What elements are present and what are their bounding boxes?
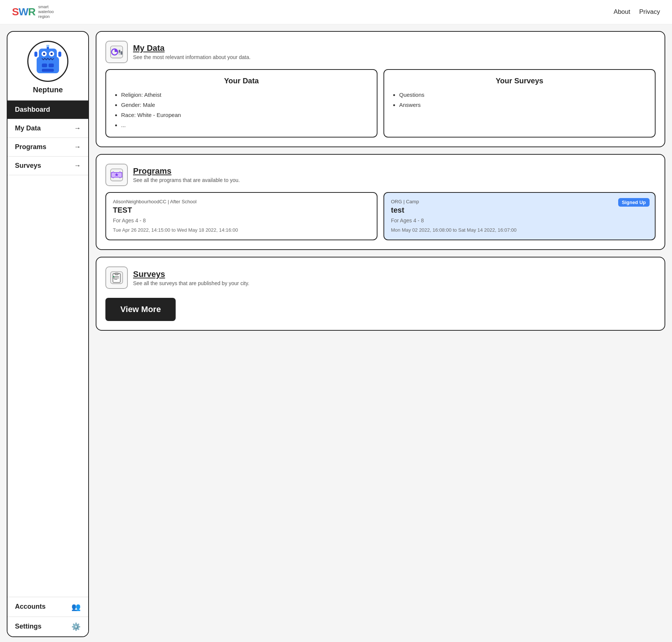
svg-rect-6 — [34, 52, 37, 57]
program-ages-1: For Ages 4 - 8 — [391, 217, 648, 223]
svg-rect-17 — [121, 51, 123, 55]
program-ages-0: For Ages 4 - 8 — [113, 217, 370, 223]
your-data-card: Your Data Religion: Atheist Gender: Male… — [105, 69, 377, 138]
sidebar-item-programs[interactable]: Programs → — [7, 138, 88, 156]
programs-section-header: Programs See all the programs that are a… — [105, 164, 656, 186]
programs-cards-row: AlisonNeighbourhoodCC | After School TES… — [105, 192, 656, 241]
my-data-section: My Data See the most relevant informatio… — [96, 31, 665, 147]
list-item: Gender: Male — [121, 100, 369, 110]
logo-w: W — [19, 6, 28, 18]
svg-rect-22 — [115, 273, 118, 275]
surveys-section: Surveys See all the surveys that are pub… — [96, 257, 665, 331]
programs-title-block: Programs See all the programs that are a… — [133, 166, 240, 183]
logo-s: S — [12, 6, 19, 18]
my-data-title-block: My Data See the most relevant informatio… — [133, 43, 250, 60]
svg-rect-12 — [42, 69, 54, 72]
svg-point-4 — [43, 53, 45, 55]
view-more-button[interactable]: View More — [105, 298, 176, 321]
main-content: My Data See the most relevant informatio… — [89, 24, 672, 642]
sidebar-accounts-label: Accounts — [15, 603, 46, 611]
program-org-1: ORG | Camp — [391, 199, 648, 204]
list-item: Religion: Atheist — [121, 90, 369, 100]
svg-rect-16 — [118, 52, 120, 54]
sidebar-item-accounts[interactable]: Accounts 👥 — [7, 597, 88, 617]
programs-title: Programs — [133, 166, 240, 176]
sidebar-item-dashboard-label: Dashboard — [15, 106, 50, 114]
your-surveys-card-title: Your Surveys — [392, 77, 647, 85]
sidebar-username: Neptune — [33, 86, 63, 94]
your-surveys-list: Questions Answers — [392, 90, 647, 110]
svg-rect-11 — [49, 64, 54, 67]
sidebar-nav: Dashboard My Data → Programs → Surveys →… — [7, 100, 88, 636]
header: SWR smart waterloo region About Privacy — [0, 0, 672, 24]
my-data-title: My Data — [133, 43, 250, 53]
sidebar-spacer — [7, 175, 88, 597]
sidebar-item-dashboard[interactable]: Dashboard — [7, 100, 88, 119]
my-data-section-header: My Data See the most relevant informatio… — [105, 41, 656, 63]
programs-subtitle: See all the programs that are available … — [133, 177, 240, 183]
program-card-1[interactable]: Signed Up ORG | Camp test For Ages 4 - 8… — [383, 192, 656, 241]
program-org-0: AlisonNeighbourhoodCC | After School — [113, 199, 370, 204]
sidebar-item-surveys-label: Surveys — [15, 162, 41, 170]
logo-letters: SWR — [12, 6, 35, 18]
sidebar-settings-label: Settings — [15, 623, 41, 630]
data-cards-row: Your Data Religion: Atheist Gender: Male… — [105, 69, 656, 138]
layout: Neptune Dashboard My Data → Programs → S… — [0, 24, 672, 642]
sidebar-item-surveys[interactable]: Surveys → — [7, 156, 88, 175]
sidebar: Neptune Dashboard My Data → Programs → S… — [7, 31, 89, 637]
svg-rect-26 — [113, 276, 114, 278]
program-dates-0: Tue Apr 26 2022, 14:15:00 to Wed May 18 … — [113, 226, 370, 234]
list-item: ... — [121, 120, 369, 130]
program-name-0: TEST — [113, 206, 370, 214]
sidebar-item-my-data-label: My Data — [15, 124, 41, 132]
program-dates-1: Mon May 02 2022, 16:08:00 to Sat May 14 … — [391, 226, 648, 234]
logo-tagline: smart waterloo region — [38, 4, 54, 19]
sidebar-item-my-data-arrow: → — [74, 124, 81, 132]
logo-r: R — [28, 6, 35, 18]
my-data-icon — [105, 41, 128, 63]
surveys-title: Surveys — [133, 269, 249, 279]
your-surveys-card: Your Surveys Questions Answers — [383, 69, 656, 138]
sidebar-item-programs-label: Programs — [15, 143, 46, 151]
surveys-icon — [105, 266, 128, 289]
surveys-title-block: Surveys See all the surveys that are pub… — [133, 269, 249, 286]
header-nav: About Privacy — [614, 8, 660, 16]
sidebar-avatar-section: Neptune — [7, 32, 88, 100]
sidebar-bottom: Accounts 👥 Settings ⚙️ — [7, 597, 88, 636]
privacy-link[interactable]: Privacy — [639, 8, 660, 16]
sidebar-item-programs-arrow: → — [74, 143, 81, 151]
your-data-card-title: Your Data — [114, 77, 369, 85]
gear-icon: ⚙️ — [71, 622, 81, 631]
programs-section: Programs See all the programs that are a… — [96, 154, 665, 250]
svg-rect-1 — [39, 49, 57, 62]
list-item: Answers — [399, 100, 647, 110]
your-data-list: Religion: Atheist Gender: Male Race: Whi… — [114, 90, 369, 130]
signed-up-badge: Signed Up — [618, 198, 650, 207]
svg-rect-10 — [42, 64, 47, 67]
my-data-subtitle: See the most relevant information about … — [133, 54, 250, 60]
people-icon: 👥 — [71, 602, 81, 611]
logo: SWR smart waterloo region — [12, 4, 54, 19]
list-item: Questions — [399, 90, 647, 100]
about-link[interactable]: About — [614, 8, 630, 16]
svg-rect-7 — [58, 52, 61, 57]
avatar-robot-icon — [31, 45, 64, 78]
program-card-0[interactable]: AlisonNeighbourhoodCC | After School TES… — [105, 192, 377, 241]
sidebar-item-surveys-arrow: → — [74, 162, 81, 170]
sidebar-item-my-data[interactable]: My Data → — [7, 119, 88, 138]
programs-icon — [105, 164, 128, 186]
program-name-1: test — [391, 206, 648, 214]
surveys-subtitle: See all the surveys that are published b… — [133, 280, 249, 286]
svg-point-5 — [50, 53, 53, 55]
list-item: Race: White - European — [121, 110, 369, 120]
sidebar-item-settings[interactable]: Settings ⚙️ — [7, 617, 88, 636]
surveys-section-header: Surveys See all the surveys that are pub… — [105, 266, 656, 289]
avatar — [27, 41, 68, 82]
